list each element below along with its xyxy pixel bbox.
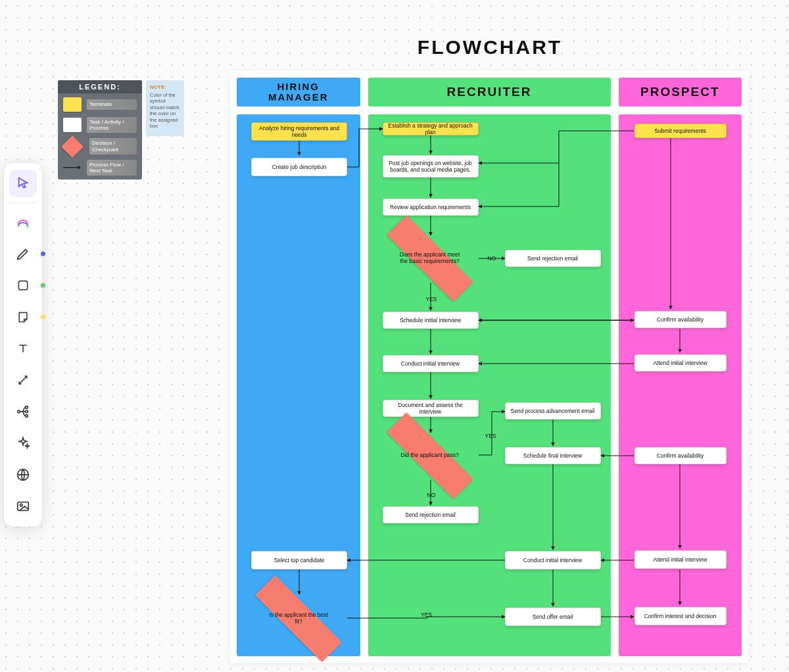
lane-header-hiring: HIRINGMANAGER [237, 78, 360, 107]
svg-rect-7 [18, 502, 29, 511]
legend-title: LEGEND: [58, 80, 142, 93]
tool-connector[interactable] [9, 366, 37, 394]
svg-rect-1 [18, 281, 27, 289]
legend-note-body: Color of the symbol should match the col… [150, 92, 179, 129]
shape-color-dot [41, 283, 45, 288]
node-hm-bestfit[interactable]: Is the applicant the best fit? [251, 593, 346, 644]
node-pr-attend2[interactable]: Attend initial interview [634, 550, 727, 569]
sticky-color-dot [41, 315, 45, 320]
node-rc-review[interactable]: Review application requirements [383, 199, 479, 216]
legend-row-flow: Process Flow / Next Task [63, 160, 137, 176]
svg-text:+: + [26, 224, 30, 229]
tool-sticky[interactable] [9, 303, 37, 331]
pen-color-dot [41, 252, 45, 256]
terminal-swatch-icon [63, 97, 82, 112]
node-hm-analyze[interactable]: Analyze hiring requirements and needs [251, 122, 347, 141]
label-yes-1: YES [426, 296, 437, 302]
legend-row-decision: Decision / Checkpoint [63, 138, 137, 154]
node-rc-conduct-init[interactable]: Conduct initial interview [383, 355, 479, 372]
node-rc-conduct-final[interactable]: Conduct initial interview [505, 551, 601, 569]
node-rc-strategy[interactable]: Establish a strategy and approach plan [383, 122, 479, 135]
node-rc-meetreq[interactable]: Does the applicant meet the basic requir… [383, 233, 477, 284]
legend[interactable]: LEGEND: Terminals Task / Activity / Proc… [58, 80, 184, 180]
legend-row-terminals: Terminals [63, 97, 137, 112]
label-no-1: NO [488, 255, 496, 262]
tool-rectangle[interactable] [9, 272, 37, 299]
node-rc-pass[interactable]: Did the applicant pass? [383, 430, 477, 481]
svg-point-5 [26, 415, 28, 418]
label-no-2: NO [427, 492, 436, 498]
lane-recruiter[interactable]: RECRUITER Establish a strategy and appro… [368, 78, 611, 656]
tool-cursor[interactable] [9, 170, 37, 197]
tool-sparkle[interactable] [9, 429, 37, 457]
node-rc-offer[interactable]: Send offer email [505, 608, 601, 626]
legend-card: LEGEND: Terminals Task / Activity / Proc… [58, 80, 142, 180]
flowchart-frame[interactable]: HIRINGMANAGER Analyze hiring requirement… [230, 71, 748, 663]
tool-globe[interactable] [9, 461, 37, 489]
tool-text[interactable] [9, 335, 37, 362]
node-rc-reject2[interactable]: Send rejection email [383, 506, 479, 523]
tool-pen[interactable] [9, 240, 37, 268]
canvas-title[interactable]: FLOWCHART [230, 36, 750, 59]
legend-row-task: Task / Activity / Process [63, 117, 137, 133]
node-rc-post[interactable]: Post job openings on website, job boards… [383, 155, 479, 178]
svg-point-8 [20, 504, 22, 506]
label-yes-2: YES [485, 433, 496, 439]
node-pr-submit[interactable]: Submit requirements [634, 124, 727, 138]
legend-note-title: NOTE: [150, 84, 180, 91]
node-pr-avail1[interactable]: Confirm availability [634, 311, 727, 328]
node-pr-attend1[interactable]: Attend initial interview [634, 354, 727, 372]
svg-point-4 [26, 410, 28, 413]
lane-header-prospect: PROSPECT [619, 78, 742, 107]
node-rc-sched-init[interactable]: Schedule initial interview [383, 312, 479, 329]
tool-image[interactable] [9, 492, 37, 520]
task-swatch-icon [63, 118, 82, 132]
tool-mindmap[interactable] [9, 398, 37, 425]
node-pr-decision[interactable]: Confirm interest and decision [634, 607, 727, 625]
node-pr-avail2[interactable]: Confirm availability [634, 447, 727, 464]
lane-hiring-manager[interactable]: HIRINGMANAGER Analyze hiring requirement… [237, 78, 360, 656]
lane-header-recruiter: RECRUITER [368, 78, 611, 107]
arrow-swatch-icon [63, 164, 82, 170]
node-rc-reject1[interactable]: Send rejection email [505, 250, 601, 267]
tool-ai-shape[interactable]: + [9, 208, 37, 236]
node-hm-jobdesc[interactable]: Create job description [251, 158, 347, 176]
node-hm-selecttop[interactable]: Select top candidate [251, 551, 347, 569]
node-rc-document[interactable]: Document and assess the interview [383, 400, 479, 417]
svg-point-2 [18, 410, 20, 413]
legend-note: NOTE: Color of the symbol should match t… [146, 80, 184, 136]
node-rc-sched-final[interactable]: Schedule final interview [505, 447, 601, 464]
toolbar: + [4, 163, 42, 527]
node-rc-advance[interactable]: Send process advancement email [505, 402, 601, 420]
lane-prospect[interactable]: PROSPECT Submit requirements Confirm ava… [619, 78, 742, 656]
decision-swatch-icon [61, 135, 84, 158]
svg-point-3 [26, 406, 28, 409]
label-yes-3: YES [421, 612, 432, 618]
